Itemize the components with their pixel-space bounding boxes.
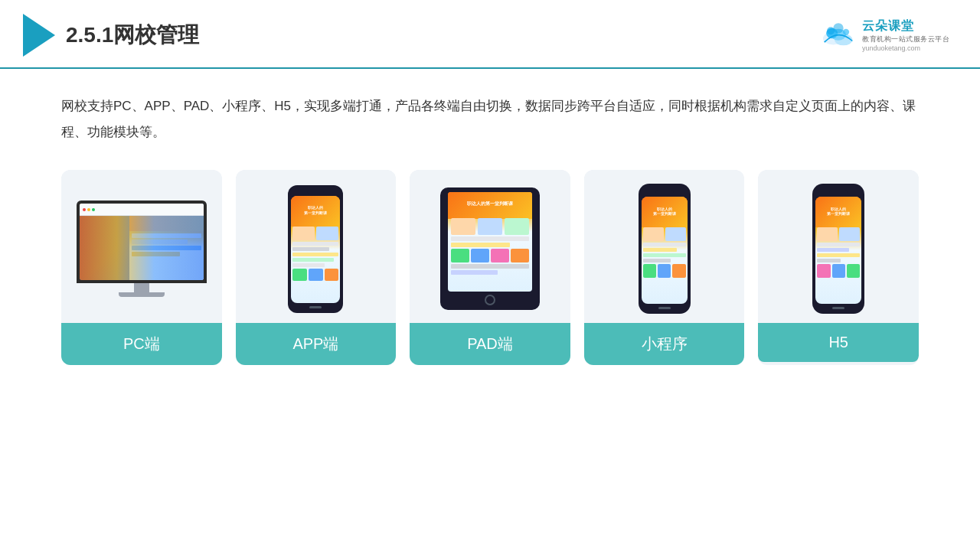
phone-h5-screen: 职达人的第一堂判断课 [815,197,861,304]
tablet-screen: 职达人的第一堂判断课 [448,192,532,292]
logo-triangle-icon [23,14,55,57]
header-left: 2.5.1网校管理 [23,14,199,57]
phone-miniapp-home [658,307,671,309]
cloud-icon [819,21,858,49]
card-miniapp-image: 职达人的第一堂判断课 [584,170,745,323]
logo-sub-name: 教育机构一站式服务云平台 [862,34,949,44]
phone-screen: 职达人的第一堂判断课 [291,196,340,303]
card-pc-label: PC端 [61,323,222,365]
tablet-icon: 职达人的第一堂判断课 [440,187,540,310]
card-app: 职达人的第一堂判断课 [236,170,397,365]
card-pad-image: 职达人的第一堂判断课 [410,170,570,323]
page-title: 2.5.1网校管理 [66,21,199,50]
card-app-label: APP端 [236,323,397,365]
pc-monitor-icon [77,201,207,297]
main-content: 网校支持PC、APP、PAD、小程序、H5，实现多端打通，产品各终端自由切换，数… [0,69,980,380]
card-miniapp-label: 小程序 [584,323,745,365]
header-right: 云朵课堂 教育机构一站式服务云平台 yunduoketang.com [819,18,949,52]
brand-logo: 云朵课堂 教育机构一站式服务云平台 yunduoketang.com [819,18,949,52]
phone-h5-home [832,307,844,309]
monitor-base [119,292,165,297]
logo-main-name: 云朵课堂 [862,18,914,34]
phone-home-button [309,306,322,308]
card-h5-label: H5 [758,323,919,362]
header: 2.5.1网校管理 云朵课堂 教育机构一站式服务云平台 yunduoketang… [0,0,980,69]
phone-notch [307,190,324,194]
card-pc: PC端 [61,170,222,365]
card-pad: 职达人的第一堂判断课 [410,170,570,365]
phone-h5-icon: 职达人的第一堂判断课 [812,184,864,314]
phone-miniapp-screen: 职达人的第一堂判断课 [642,197,688,304]
card-h5-image: 职达人的第一堂判断课 [758,170,919,323]
svg-point-5 [833,23,843,33]
logo-url: yunduoketang.com [862,44,920,52]
card-h5: 职达人的第一堂判断课 [758,170,919,365]
tablet-home-button [485,295,495,305]
logo-text: 云朵课堂 教育机构一站式服务云平台 yunduoketang.com [862,18,949,52]
card-app-image: 职达人的第一堂判断课 [236,170,397,323]
svg-point-6 [843,29,849,35]
phone-miniapp-icon: 职达人的第一堂判断课 [639,184,691,314]
monitor-neck [134,283,149,292]
card-pc-image [61,170,222,323]
card-miniapp: 职达人的第一堂判断课 [584,170,745,365]
platform-cards: PC端 职达人的第一堂判断课 [61,170,919,365]
phone-app-icon: 职达人的第一堂判断课 [288,185,343,313]
card-pad-label: PAD端 [410,323,570,365]
description-text: 网校支持PC、APP、PAD、小程序、H5，实现多端打通，产品各终端自由切换，数… [61,93,919,145]
